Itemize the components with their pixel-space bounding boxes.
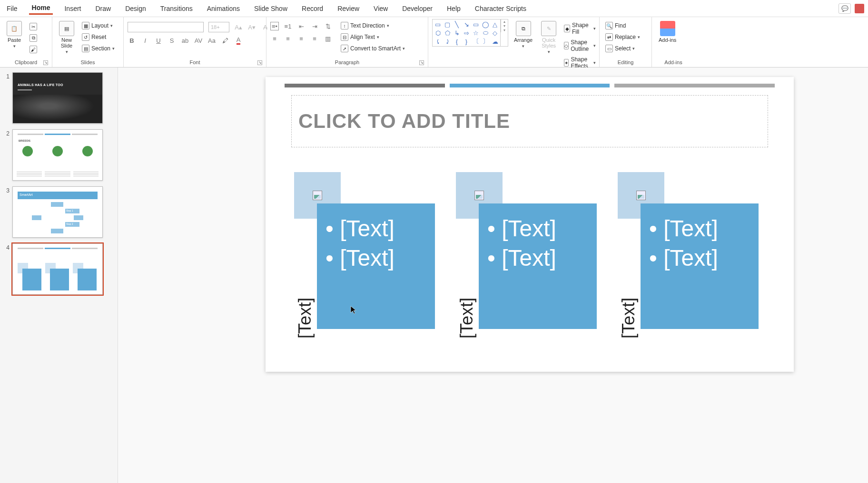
picture-icon (474, 191, 484, 200)
replace-button[interactable]: ⇄Replace▾ (603, 32, 642, 42)
bullet-body[interactable]: [Text] [Text] (317, 203, 435, 329)
bullets-icon[interactable]: ≡• (270, 22, 279, 30)
slide-thumbnail-2[interactable]: BREEDS (12, 129, 103, 181)
increase-font-icon[interactable]: A▴ (234, 23, 243, 31)
group-editing-label: Editing (618, 59, 634, 65)
paragraph-launcher[interactable]: ↘ (419, 60, 424, 65)
slide-thumbnail-1[interactable]: ANIMALS HAS A LIFE TOO ▬▬▬▬▬▬ (12, 72, 103, 124)
cut-icon: ✂ (30, 23, 37, 30)
bullet-body[interactable]: [Text] [Text] (479, 203, 597, 329)
shape-textbox-icon[interactable]: ▭ (434, 20, 442, 28)
reset-icon: ↺ (82, 33, 89, 41)
tab-design[interactable]: Design (122, 3, 149, 14)
numbering-icon[interactable]: ≡1 (284, 22, 292, 30)
slide-accent-bars (285, 84, 775, 87)
group-clipboard-label: Clipboard (15, 59, 37, 65)
section-button[interactable]: ▤Section▾ (80, 44, 117, 53)
tab-transitions[interactable]: Transitions (158, 3, 196, 14)
comments-button[interactable]: 💬 (838, 3, 851, 14)
tab-developer[interactable]: Developer (399, 3, 435, 14)
indent-icon[interactable]: ⇥ (310, 22, 319, 30)
align-text-button[interactable]: ⊟Align Text▾ (339, 32, 407, 42)
select-button[interactable]: ▭Select▾ (603, 44, 642, 53)
addins-button[interactable]: Add-ins (656, 19, 679, 45)
quick-styles-label: Quick Styles (542, 37, 556, 48)
tab-help[interactable]: Help (444, 3, 464, 14)
tab-file[interactable]: File (4, 3, 20, 14)
slide-thumbnail-3[interactable]: SmartArt Step 1 Step 2 (12, 186, 103, 238)
layout-icon: ▦ (82, 22, 89, 29)
columns-icon[interactable]: ▥ (324, 34, 332, 43)
font-size-input[interactable]: 18+ (208, 22, 229, 32)
reset-button[interactable]: ↺Reset (80, 32, 117, 42)
slide-thumbnail-4[interactable] (12, 243, 103, 295)
thumb1-subtitle: ▬▬▬▬▬▬ (18, 88, 32, 91)
shadow-icon[interactable]: ab (181, 36, 189, 45)
slide-thumbnail-panel[interactable]: 1 ANIMALS HAS A LIFE TOO ▬▬▬▬▬▬ 2 BREEDS… (0, 68, 118, 483)
italic-icon[interactable]: I (141, 36, 149, 45)
tab-view[interactable]: View (371, 3, 391, 14)
copy-icon: ⧉ (30, 34, 37, 42)
align-right-icon[interactable]: ≡ (297, 34, 306, 43)
title-placeholder[interactable]: CLICK TO ADD TITLE (291, 95, 768, 147)
smartart-item-2[interactable]: [Text] [Text] [Text] (456, 172, 603, 329)
quick-styles-button[interactable]: ✎ Quick Styles▾ (538, 19, 559, 56)
shapes-gallery[interactable]: ▭▢╲↘▭◯△ ⬡⬠↳⇨☆⬭◇ ⤹⤸{}〔〕☁ (432, 19, 501, 47)
cut-button[interactable]: ✂ (28, 22, 39, 31)
convert-smartart-icon: ➚ (341, 45, 348, 52)
format-painter-icon: 🖌 (30, 46, 37, 53)
char-spacing-icon[interactable]: AV (194, 36, 203, 45)
group-font: 18+ A▴ A▾ A̶ B I U S ab AV Aa 🖍 A Font↘ (124, 17, 266, 67)
paste-button[interactable]: 📋 Paste ▾ (4, 19, 25, 50)
strike-icon[interactable]: S (168, 36, 176, 45)
text-direction-button[interactable]: ↕Text Direction▾ (339, 21, 407, 30)
shape-outline-button[interactable]: ◇Shape Outline▾ (562, 38, 598, 53)
font-color-icon[interactable]: A (234, 36, 243, 45)
outdent-icon[interactable]: ⇤ (297, 22, 306, 30)
tab-animations[interactable]: Animations (204, 3, 243, 14)
slide[interactable]: CLICK TO ADD TITLE [Text] [Text] [Text] (266, 77, 794, 372)
tab-home[interactable]: Home (29, 2, 53, 15)
justify-icon[interactable]: ≡ (310, 34, 319, 43)
arrange-button[interactable]: ⧉ Arrange▾ (511, 19, 535, 50)
copy-button[interactable]: ⧉ (28, 33, 39, 43)
shape-fill-button[interactable]: ◆Shape Fill▾ (562, 21, 598, 36)
account-box[interactable] (855, 4, 864, 13)
font-name-input[interactable] (128, 22, 204, 32)
tab-slideshow[interactable]: Slide Show (251, 3, 290, 14)
select-icon: ▭ (605, 45, 613, 52)
vertical-text-placeholder[interactable]: [Text] (456, 223, 478, 328)
underline-icon[interactable]: U (154, 36, 163, 45)
paste-icon: 📋 (7, 21, 22, 36)
slide-canvas[interactable]: CLICK TO ADD TITLE [Text] [Text] [Text] (118, 68, 868, 483)
smartart-item-1[interactable]: [Text] [Text] [Text] (294, 172, 442, 329)
group-slides: ▤ New Slide ▾ ▦Layout▾ ↺Reset ▤Section▾ … (52, 17, 124, 67)
align-text-icon: ⊟ (341, 33, 348, 41)
tab-draw[interactable]: Draw (92, 3, 114, 14)
tab-review[interactable]: Review (335, 3, 362, 14)
font-launcher[interactable]: ↘ (257, 60, 262, 65)
vertical-text-placeholder[interactable]: [Text] (618, 223, 640, 328)
change-case-icon[interactable]: Aa (207, 36, 216, 45)
tab-record[interactable]: Record (299, 3, 326, 14)
format-painter-button[interactable]: 🖌 (28, 45, 39, 54)
tab-character-scripts[interactable]: Character Scripts (472, 3, 529, 14)
new-slide-button[interactable]: ▤ New Slide ▾ (56, 19, 77, 56)
picture-icon (313, 191, 322, 200)
clipboard-launcher[interactable]: ↘ (43, 60, 48, 65)
bold-icon[interactable]: B (128, 36, 136, 45)
tab-insert[interactable]: Insert (61, 3, 84, 14)
find-button[interactable]: 🔍Find (603, 21, 642, 30)
align-center-icon[interactable]: ≡ (284, 34, 292, 43)
line-spacing-icon[interactable]: ⇅ (324, 22, 332, 30)
smartart-content[interactable]: [Text] [Text] [Text] [Text] [Text] [ (294, 172, 765, 329)
layout-button[interactable]: ▦Layout▾ (80, 21, 117, 30)
align-left-icon[interactable]: ≡ (270, 34, 279, 43)
replace-icon: ⇄ (605, 33, 613, 41)
decrease-font-icon[interactable]: A▾ (247, 23, 256, 31)
highlight-icon[interactable]: 🖍 (221, 36, 229, 45)
bullet-body[interactable]: [Text] [Text] (641, 203, 759, 329)
vertical-text-placeholder[interactable]: [Text] (294, 223, 316, 328)
convert-smartart-button[interactable]: ➚Convert to SmartArt▾ (339, 44, 407, 53)
smartart-item-3[interactable]: [Text] [Text] [Text] (618, 172, 765, 329)
